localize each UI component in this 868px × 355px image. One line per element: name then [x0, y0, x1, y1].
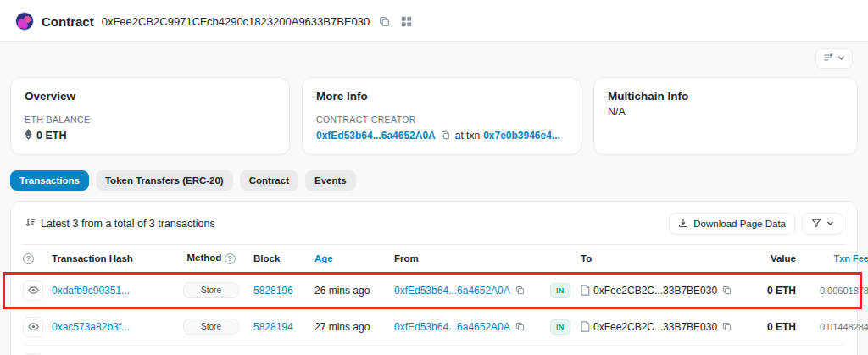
copy-icon [515, 322, 525, 331]
eye-preview-button[interactable] [23, 317, 43, 337]
contract-file-icon [581, 285, 590, 296]
direction-in-badge: IN [550, 283, 570, 298]
table-header-row: ? Transaction Hash Method ? Block Age Fr… [23, 244, 845, 273]
tab-events[interactable]: Events [305, 170, 356, 191]
multichain-card: Multichain Info N/A [593, 77, 858, 155]
copy-creator-button[interactable] [439, 129, 452, 141]
filter-funnel-icon [811, 218, 821, 230]
age-text: 26 mins ago [314, 285, 394, 297]
transactions-summary: Latest 3 from a total of 3 transactions [25, 217, 215, 230]
value-text: 0 ETH [743, 321, 796, 333]
col-transaction-hash: Transaction Hash [52, 253, 169, 263]
col-txn-fee[interactable]: Txn Fee [796, 253, 868, 263]
table-row: 0xac573a82b3f... Store 5828194 27 mins a… [23, 309, 845, 346]
copy-icon [722, 322, 732, 331]
txn-fee-text: 0.00601878 [796, 286, 868, 296]
tab-contract[interactable]: Contract [240, 170, 298, 191]
sub-toolbar [0, 42, 868, 77]
qr-code-icon [401, 16, 412, 27]
col-method: Method ? [169, 252, 253, 264]
help-icon[interactable]: ? [225, 253, 236, 264]
download-icon [678, 218, 688, 230]
qr-code-button[interactable] [399, 14, 414, 29]
to-address[interactable]: 0xFee2CB2C...33B7BE030 [593, 321, 717, 333]
download-page-data-button[interactable]: Download Page Data [669, 213, 795, 235]
eth-balance-label: ETH BALANCE [25, 114, 275, 125]
copy-to-button[interactable] [721, 284, 733, 297]
value-text: 0 ETH [743, 285, 796, 297]
transactions-summary-text: Latest 3 from a total of 3 transactions [41, 218, 215, 230]
more-info-card: More Info CONTRACT CREATOR 0xfEd53b64...… [302, 77, 581, 155]
table-row: 0xdafb9c90351... Store 5828196 26 mins a… [23, 273, 845, 309]
multichain-value: N/A [608, 106, 843, 118]
info-cards-row: Overview ETH BALANCE 0 ETH More Info CON… [0, 77, 868, 169]
copy-from-button[interactable] [514, 320, 526, 333]
tx-hash-link[interactable]: 0xac573a82b3f... [52, 321, 130, 333]
copy-to-button[interactable] [721, 320, 733, 333]
contract-creator-label: CONTRACT CREATOR [316, 114, 567, 125]
txn-fee-text: 0.01448284 [796, 322, 868, 332]
tab-transactions[interactable]: Transactions [10, 170, 89, 191]
copy-icon [722, 286, 732, 295]
col-block: Block [253, 253, 314, 263]
chevron-down-icon [837, 53, 845, 64]
method-badge[interactable]: Store [183, 319, 239, 335]
multichain-title: Multichain Info [608, 90, 843, 103]
col-value: Value [743, 253, 796, 263]
filter-button[interactable] [802, 213, 843, 235]
page-title: Contract [42, 14, 94, 29]
copy-from-button[interactable] [514, 284, 526, 297]
download-label: Download Page Data [693, 219, 786, 229]
contract-identicon [15, 12, 34, 31]
sort-icon [25, 217, 36, 230]
col-to: To [581, 253, 743, 263]
eye-preview-button[interactable] [23, 280, 43, 301]
overview-card: Overview ETH BALANCE 0 ETH [10, 77, 290, 155]
col-age[interactable]: Age [314, 253, 394, 263]
age-text: 27 mins ago [314, 321, 394, 333]
eth-diamond-icon [25, 129, 32, 142]
tab-token-transfers[interactable]: Token Transfers (ERC-20) [96, 170, 233, 191]
direction-in-badge: IN [550, 319, 570, 335]
help-icon[interactable]: ? [23, 253, 34, 264]
contract-address: 0xFee2CB2C9971CFcb4290c1823200A9633B7BE0… [102, 15, 370, 28]
copy-address-button[interactable] [377, 14, 392, 29]
chevron-down-icon [826, 219, 834, 229]
overview-title: Overview [25, 90, 275, 103]
eth-balance-value: 0 ETH [36, 130, 66, 141]
col-from: From [394, 253, 550, 263]
copy-icon [379, 16, 390, 27]
contract-header: Contract 0xFee2CB2C9971CFcb4290c1823200A… [0, 0, 868, 42]
creator-address-link[interactable]: 0xfEd53b64...6a4652A0A [316, 130, 436, 141]
from-address-link[interactable]: 0xfEd53b64...6a4652A0A [394, 285, 510, 297]
block-link[interactable]: 5828196 [253, 285, 293, 297]
from-address-link[interactable]: 0xfEd53b64...6a4652A0A [394, 321, 510, 333]
to-address[interactable]: 0xFee2CB2C...33B7BE030 [593, 285, 717, 297]
more-info-title: More Info [316, 90, 567, 103]
creation-txn-link[interactable]: 0x7e0b3946e4... [483, 130, 560, 141]
copy-icon [441, 130, 450, 140]
method-badge[interactable]: Store [183, 282, 239, 298]
table-row: 0x7e0b3946e4... 0x60806040 5828190 27 mi… [23, 346, 845, 355]
list-settings-icon [823, 53, 833, 64]
at-txn-label: at txn [455, 130, 480, 141]
contract-file-icon [581, 321, 590, 332]
block-link[interactable]: 5828194 [253, 321, 293, 333]
view-options-button[interactable] [815, 48, 853, 69]
transactions-panel: Latest 3 from a total of 3 transactions … [10, 201, 858, 355]
tab-bar: Transactions Token Transfers (ERC-20) Co… [0, 169, 868, 201]
tx-hash-link[interactable]: 0xdafb9c90351... [52, 285, 130, 297]
copy-icon [515, 286, 525, 295]
